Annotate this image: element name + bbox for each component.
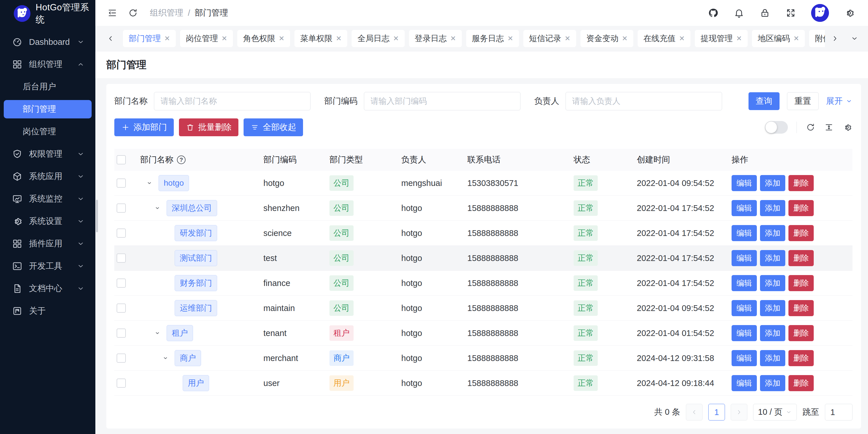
dept-name-tag[interactable]: hotgo: [159, 175, 189, 191]
tab-短信记录[interactable]: 短信记录✕: [523, 30, 576, 47]
edit-button[interactable]: 编辑: [732, 250, 757, 266]
delete-button[interactable]: 删除: [788, 225, 814, 241]
tab-提现管理[interactable]: 提现管理✕: [695, 30, 748, 47]
sidebar-item-dept-manage[interactable]: 部门管理: [4, 100, 92, 118]
tab-地区编码[interactable]: 地区编码✕: [752, 30, 805, 47]
next-page-button[interactable]: [731, 404, 747, 421]
sidebar-item-plugin-app[interactable]: 插件应用: [4, 234, 92, 253]
close-icon[interactable]: ✕: [507, 35, 513, 42]
dept-name-tag[interactable]: 租户: [166, 325, 193, 341]
edit-button[interactable]: 编辑: [732, 200, 757, 216]
close-icon[interactable]: ✕: [336, 35, 342, 42]
delete-button[interactable]: 删除: [788, 375, 814, 391]
github-icon[interactable]: [708, 7, 719, 19]
add-button[interactable]: 添加: [760, 300, 785, 316]
tab-登录日志[interactable]: 登录日志✕: [409, 30, 462, 47]
edit-button[interactable]: 编辑: [732, 325, 757, 341]
edit-button[interactable]: 编辑: [732, 275, 757, 291]
search-input-0[interactable]: [154, 92, 310, 110]
add-button[interactable]: 添加: [760, 200, 785, 216]
batch-delete-button[interactable]: 批量删除: [179, 118, 239, 136]
sidebar-item-backend-users[interactable]: 后台用户: [4, 78, 92, 96]
add-button[interactable]: 添加: [760, 325, 785, 341]
dept-name-tag[interactable]: 深圳总公司: [166, 200, 217, 216]
scrollbar-thumb[interactable]: [96, 200, 98, 232]
striped-toggle[interactable]: [765, 121, 788, 134]
dept-name-tag[interactable]: 运维部门: [175, 300, 217, 316]
row-checkbox[interactable]: [117, 353, 126, 363]
select-all-checkbox[interactable]: [117, 155, 126, 165]
help-icon[interactable]: ?: [177, 155, 186, 164]
sidebar-item-sys-setting[interactable]: 系统设置: [4, 212, 92, 231]
add-button[interactable]: 添加: [760, 225, 785, 241]
sidebar-item-dev-tools[interactable]: 开发工具: [4, 257, 92, 276]
close-icon[interactable]: ✕: [679, 35, 685, 42]
tabs-scroll-right-icon[interactable]: [830, 34, 840, 44]
row-height-icon[interactable]: [824, 122, 834, 133]
delete-button[interactable]: 删除: [788, 350, 814, 366]
add-button[interactable]: 添加: [760, 250, 785, 266]
expand-caret-icon[interactable]: [154, 330, 166, 337]
tab-岗位管理[interactable]: 岗位管理✕: [180, 30, 233, 47]
search-input-1[interactable]: [364, 92, 521, 110]
close-icon[interactable]: ✕: [221, 35, 227, 42]
sidebar-item-org[interactable]: 组织管理: [4, 55, 92, 74]
tabs-dropdown-icon[interactable]: [849, 34, 859, 44]
expand-caret-icon[interactable]: [162, 355, 175, 361]
sidebar-item-dashboard[interactable]: Dashboard: [4, 33, 92, 51]
add-button[interactable]: 添加: [760, 275, 785, 291]
expand-caret-icon[interactable]: [146, 180, 159, 186]
dept-name-tag[interactable]: 财务部门: [175, 275, 217, 291]
lock-icon[interactable]: [760, 7, 770, 19]
row-checkbox[interactable]: [117, 279, 126, 288]
add-button[interactable]: 添加: [760, 175, 785, 191]
dept-name-tag[interactable]: 商户: [175, 350, 201, 366]
dept-name-tag[interactable]: 测试部门: [175, 250, 217, 266]
row-checkbox[interactable]: [117, 203, 126, 213]
prev-page-button[interactable]: [686, 404, 703, 421]
delete-button[interactable]: 删除: [788, 250, 814, 266]
sidebar-item-sys-monitor[interactable]: 系统监控: [4, 190, 92, 208]
close-icon[interactable]: ✕: [736, 35, 742, 42]
current-page-button[interactable]: 1: [708, 404, 725, 421]
avatar[interactable]: [811, 4, 829, 22]
edit-button[interactable]: 编辑: [732, 300, 757, 316]
fullscreen-icon[interactable]: [785, 7, 796, 19]
edit-button[interactable]: 编辑: [732, 175, 757, 191]
tab-在线充值[interactable]: 在线充值✕: [638, 30, 690, 47]
sidebar-item-about[interactable]: 关于: [4, 302, 92, 320]
row-checkbox[interactable]: [117, 328, 126, 338]
expand-toggle[interactable]: 展开: [826, 95, 852, 107]
sidebar-item-post-manage[interactable]: 岗位管理: [4, 122, 92, 141]
reset-button[interactable]: 重置: [787, 92, 818, 110]
sidebar-item-doc-center[interactable]: 文档中心: [4, 279, 92, 298]
close-icon[interactable]: ✕: [164, 35, 170, 42]
tab-附件管理[interactable]: 附件管理✕: [809, 30, 825, 47]
row-checkbox[interactable]: [117, 303, 126, 313]
table-refresh-icon[interactable]: [805, 122, 816, 133]
menu-fold-icon[interactable]: [107, 7, 118, 19]
edit-button[interactable]: 编辑: [732, 375, 757, 391]
tabs-scroll-left-icon[interactable]: [106, 34, 116, 44]
row-checkbox[interactable]: [117, 254, 126, 263]
collapse-all-button[interactable]: 全部收起: [244, 118, 303, 136]
jump-page-input[interactable]: [825, 404, 852, 421]
edit-button[interactable]: 编辑: [732, 350, 757, 366]
row-checkbox[interactable]: [117, 229, 126, 238]
dept-name-tag[interactable]: 用户: [183, 375, 209, 391]
close-icon[interactable]: ✕: [279, 35, 284, 42]
settings-gear-icon[interactable]: [844, 7, 855, 19]
page-size-select[interactable]: 10 / 页: [753, 404, 797, 421]
search-input-2[interactable]: [565, 92, 722, 110]
refresh-icon[interactable]: [127, 7, 138, 19]
breadcrumb-parent[interactable]: 组织管理: [150, 7, 183, 19]
delete-button[interactable]: 删除: [788, 275, 814, 291]
tab-资金变动[interactable]: 资金变动✕: [581, 30, 633, 47]
app-logo[interactable]: HotGo管理系统: [0, 0, 95, 22]
add-department-button[interactable]: 添加部门: [114, 118, 174, 136]
tab-菜单权限[interactable]: 菜单权限✕: [294, 30, 347, 47]
tab-全局日志[interactable]: 全局日志✕: [351, 30, 404, 47]
bell-icon[interactable]: [734, 7, 744, 19]
sidebar-item-sys-app[interactable]: 系统应用: [4, 167, 92, 186]
close-icon[interactable]: ✕: [622, 35, 628, 42]
